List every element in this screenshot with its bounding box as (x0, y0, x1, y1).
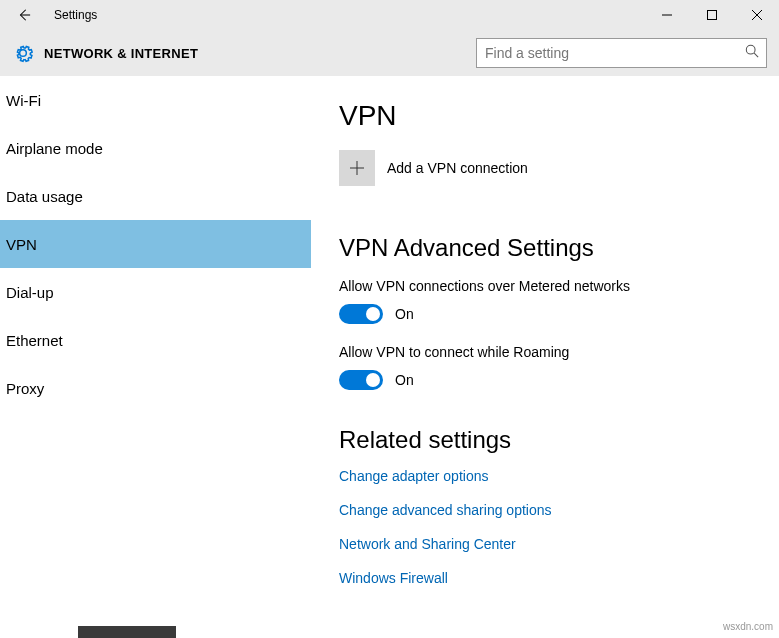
window-controls (644, 0, 779, 30)
toggle-knob (366, 373, 380, 387)
plus-icon (350, 161, 364, 175)
sidebar-item-vpn[interactable]: VPN (0, 220, 311, 268)
sidebar-item-label: VPN (6, 236, 37, 253)
close-button[interactable] (734, 0, 779, 30)
search-icon (745, 44, 759, 58)
toggle-metered[interactable] (339, 304, 383, 324)
minimize-button[interactable] (644, 0, 689, 30)
settings-gear[interactable] (6, 43, 40, 63)
svg-line-6 (754, 53, 758, 57)
toggle-state: On (395, 372, 414, 388)
sidebar-item-ethernet[interactable]: Ethernet (0, 316, 311, 364)
related-settings: Related settings Change adapter options … (339, 426, 749, 586)
advanced-heading: VPN Advanced Settings (339, 234, 749, 262)
sidebar-item-label: Proxy (6, 380, 44, 397)
close-icon (752, 10, 762, 20)
main-panel: VPN Add a VPN connection VPN Advanced Se… (311, 76, 779, 638)
sidebar-item-label: Airplane mode (6, 140, 103, 157)
svg-rect-2 (707, 11, 716, 20)
search-icon-wrap[interactable] (745, 44, 759, 62)
svg-point-5 (746, 45, 755, 54)
header-bar: NETWORK & INTERNET (0, 30, 779, 76)
sidebar-item-label: Dial-up (6, 284, 54, 301)
sidebar-item-data-usage[interactable]: Data usage (0, 172, 311, 220)
sidebar-item-proxy[interactable]: Proxy (0, 364, 311, 412)
related-heading: Related settings (339, 426, 749, 454)
setting-label: Allow VPN connections over Metered netwo… (339, 278, 749, 294)
toggle-knob (366, 307, 380, 321)
link-sharing-options[interactable]: Change advanced sharing options (339, 502, 749, 518)
sidebar-item-label: Data usage (6, 188, 83, 205)
search-container (476, 38, 767, 68)
setting-roaming: Allow VPN to connect while Roaming On (339, 344, 749, 390)
maximize-icon (707, 10, 717, 20)
sidebar-item-airplane-mode[interactable]: Airplane mode (0, 124, 311, 172)
page-heading: VPN (339, 100, 749, 132)
link-adapter-options[interactable]: Change adapter options (339, 468, 749, 484)
window-title: Settings (48, 8, 97, 22)
content-area: Wi-Fi Airplane mode Data usage VPN Dial-… (0, 76, 779, 638)
maximize-button[interactable] (689, 0, 734, 30)
add-vpn-label: Add a VPN connection (387, 160, 528, 176)
gear-icon (13, 43, 33, 63)
add-vpn-button[interactable]: Add a VPN connection (339, 150, 749, 186)
sidebar-item-label: Ethernet (6, 332, 63, 349)
minimize-icon (662, 10, 672, 20)
toggle-row: On (339, 370, 749, 390)
link-network-center[interactable]: Network and Sharing Center (339, 536, 749, 552)
setting-metered: Allow VPN connections over Metered netwo… (339, 278, 749, 324)
sidebar-item-label: Wi-Fi (6, 92, 41, 109)
watermark: wsxdn.com (723, 621, 773, 632)
titlebar: Settings (0, 0, 779, 30)
plus-box (339, 150, 375, 186)
sidebar-item-wifi[interactable]: Wi-Fi (0, 76, 311, 124)
back-button[interactable] (0, 0, 48, 30)
taskbar-fragment (78, 626, 176, 638)
toggle-state: On (395, 306, 414, 322)
sidebar-item-dialup[interactable]: Dial-up (0, 268, 311, 316)
toggle-row: On (339, 304, 749, 324)
toggle-roaming[interactable] (339, 370, 383, 390)
search-input[interactable] (476, 38, 767, 68)
link-windows-firewall[interactable]: Windows Firewall (339, 570, 749, 586)
setting-label: Allow VPN to connect while Roaming (339, 344, 749, 360)
back-icon (17, 8, 31, 22)
sidebar: Wi-Fi Airplane mode Data usage VPN Dial-… (0, 76, 311, 638)
category-title: NETWORK & INTERNET (40, 46, 198, 61)
